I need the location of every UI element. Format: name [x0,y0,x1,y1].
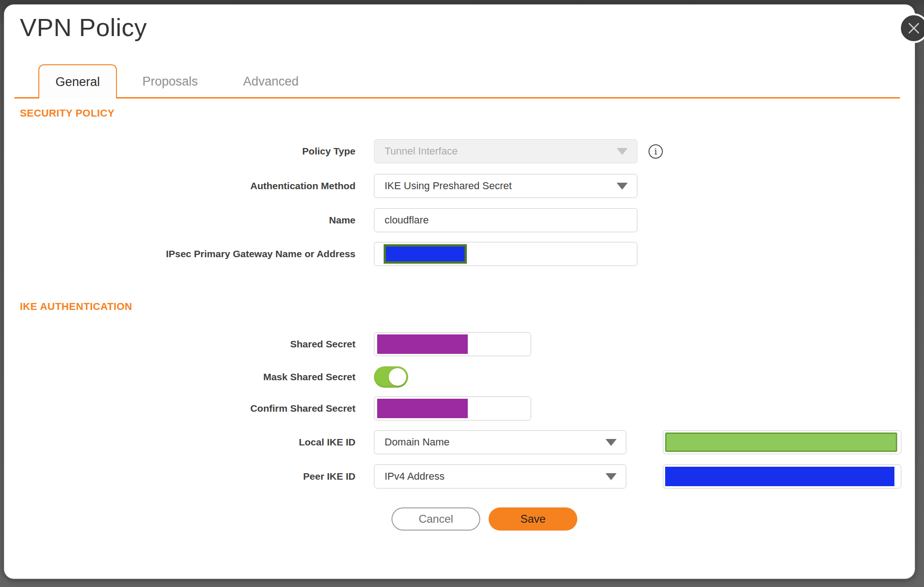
chevron-down-icon [606,473,617,480]
shared-secret-label: Shared Secret [13,339,374,350]
name-row: Name [13,208,637,232]
peer-ike-id-row: Peer IKE ID IPv4 Address [13,464,626,488]
name-input[interactable] [374,208,637,232]
info-icon[interactable]: i [649,144,663,159]
local-ike-id-label: Local IKE ID [13,437,374,448]
shared-secret-redaction-block [377,334,468,354]
authentication-method-row: Authentication Method IKE Using Preshare… [13,174,637,198]
chevron-down-icon [617,183,628,190]
name-label: Name [13,215,374,226]
toggle-knob [389,368,406,386]
policy-type-value: Tunnel Interface [385,145,458,157]
cancel-button[interactable]: Cancel [392,507,480,531]
authentication-method-label: Authentication Method [13,180,374,192]
tab-advanced-label: Advanced [243,74,299,89]
shared-secret-row: Shared Secret [13,332,531,356]
tab-general-label: General [55,75,100,89]
gateway-label: IPsec Primary Gateway Name or Address [13,248,374,260]
policy-type-label: Policy Type [13,146,374,157]
policy-type-select: Tunnel Interface [374,139,637,163]
mask-shared-secret-label: Mask Shared Secret [13,371,374,383]
authentication-method-select[interactable]: IKE Using Preshared Secret [374,174,637,198]
gateway-row: IPsec Primary Gateway Name or Address [13,242,637,266]
chevron-down-icon [606,439,617,446]
page-title: VPN Policy [20,13,147,42]
local-ike-id-type-value: Domain Name [385,436,450,448]
confirm-shared-secret-row: Confirm Shared Secret [13,396,531,420]
local-ike-id-value-input[interactable] [663,430,901,454]
chevron-down-icon [617,148,628,155]
tab-proposals[interactable]: Proposals [131,64,209,99]
close-icon [908,22,920,34]
tab-general[interactable]: General [38,64,117,99]
vpn-policy-dialog: VPN Policy General Proposals Advanced SE… [4,4,915,579]
gateway-redaction-block [384,244,467,264]
gateway-input[interactable] [374,242,637,266]
local-ike-id-type-select[interactable]: Domain Name [374,430,626,454]
peer-ike-id-value-input[interactable] [663,464,901,488]
local-ike-id-row: Local IKE ID Domain Name [13,430,626,454]
mask-shared-secret-toggle[interactable] [374,366,408,388]
section-ike-authentication: IKE AUTHENTICATION [20,301,132,313]
confirm-shared-secret-label: Confirm Shared Secret [13,403,374,414]
peer-ike-id-type-select[interactable]: IPv4 Address [374,464,626,488]
confirm-shared-secret-redaction-block [377,399,468,418]
tab-advanced[interactable]: Advanced [232,64,310,99]
close-button[interactable] [899,13,924,43]
save-button[interactable]: Save [489,507,577,531]
policy-type-row: Policy Type Tunnel Interface i [13,139,663,163]
local-ike-id-redaction-block [665,433,897,452]
peer-ike-id-label: Peer IKE ID [13,471,374,482]
section-security-policy: SECURITY POLICY [20,107,115,119]
peer-ike-id-redaction-block [665,467,894,486]
shared-secret-input[interactable] [374,332,531,356]
confirm-shared-secret-input[interactable] [374,396,531,420]
authentication-method-value: IKE Using Preshared Secret [385,180,512,192]
tab-proposals-label: Proposals [142,74,198,89]
peer-ike-id-type-value: IPv4 Address [385,470,445,482]
info-glyph: i [654,146,657,156]
mask-shared-secret-row: Mask Shared Secret [13,366,408,388]
